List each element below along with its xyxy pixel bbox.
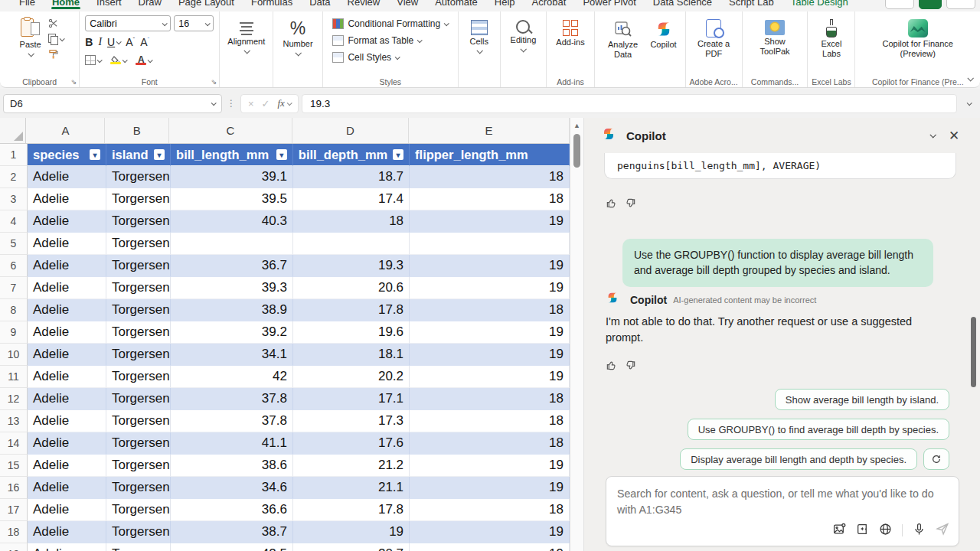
bold-button[interactable]: B	[85, 36, 93, 48]
row-header[interactable]: 6	[0, 255, 28, 277]
cell-flipper-length[interactable]: 19	[410, 455, 570, 477]
prompt-gallery-button[interactable]	[856, 523, 869, 539]
column-header-d[interactable]: D	[292, 118, 410, 143]
filter-dropdown-icon[interactable]: ▾	[90, 149, 100, 160]
cells-button[interactable]: Cells	[466, 18, 492, 55]
cell-bill-length[interactable]: 37.8	[171, 410, 293, 432]
row-header[interactable]: 8	[0, 299, 28, 321]
cell-species[interactable]: Adelie	[28, 366, 106, 388]
cell-island[interactable]: Torgersen	[106, 499, 171, 521]
cell-bill-depth[interactable]: 18.7	[293, 166, 410, 188]
cell-island[interactable]: Torgersen	[106, 255, 171, 277]
cell-bill-length[interactable]: 37.8	[171, 388, 293, 410]
insert-function-button[interactable]: fx	[278, 97, 291, 109]
cell-flipper-length[interactable]: 18	[410, 499, 570, 521]
menu-tab[interactable]: Table Design	[782, 0, 857, 10]
cell-flipper-length[interactable]: 19	[410, 521, 570, 543]
confirm-entry-button[interactable]: ✓	[262, 98, 270, 109]
cell-species[interactable]: Adelie	[28, 299, 106, 321]
thumbs-up-button[interactable]	[606, 197, 617, 209]
expand-formula-bar-button[interactable]	[960, 102, 977, 106]
cell-island[interactable]: Torgersen	[106, 299, 171, 321]
paste-button[interactable]: Paste	[16, 15, 45, 58]
scroll-up-icon[interactable]: ▲	[570, 118, 583, 129]
cell-bill-depth[interactable]: 19.3	[293, 255, 410, 277]
menu-tab[interactable]: Power Pivot	[574, 0, 644, 10]
format-as-table-button[interactable]: Format as Table	[332, 34, 448, 47]
menu-tab[interactable]: Data	[301, 0, 338, 10]
cell-bill-length[interactable]: 36.6	[171, 499, 293, 521]
cell-species[interactable]: Adelie	[28, 210, 106, 233]
cell-bill-depth[interactable]: 18.1	[293, 344, 410, 366]
cell-island[interactable]: Torgersen	[106, 344, 171, 366]
cell-bill-length[interactable]: 39.5	[171, 188, 293, 210]
row-header[interactable]: 19	[0, 543, 28, 551]
copilot-finance-button[interactable]: Copilot for Finance (Preview)	[868, 18, 968, 60]
cell-bill-length[interactable]: 38.7	[171, 521, 293, 543]
cell-bill-depth[interactable]: 21.2	[293, 455, 410, 477]
underline-button[interactable]: U	[107, 36, 120, 48]
thumbs-down-button[interactable]	[625, 197, 636, 209]
close-panel-button[interactable]: ✕	[943, 128, 965, 144]
editing-button[interactable]: Editing	[507, 18, 541, 54]
alignment-button[interactable]: Alignment	[224, 20, 269, 55]
cell-bill-depth[interactable]: 19.6	[293, 321, 410, 344]
cell-species[interactable]: Adelie	[28, 410, 106, 432]
cell-bill-length[interactable]: 39.2	[171, 321, 293, 344]
menu-tab[interactable]: Page Layout	[170, 0, 243, 10]
cell-flipper-length[interactable]: 19	[410, 477, 570, 499]
copy-button[interactable]	[48, 32, 64, 45]
cell-bill-length[interactable]: 42	[171, 366, 293, 388]
table-header-flipper-length[interactable]: flipper_length_mm	[410, 144, 570, 166]
menu-tab[interactable]: Review	[339, 0, 389, 10]
column-header-c[interactable]: C	[169, 118, 292, 143]
cell-species[interactable]: Adelie	[28, 188, 106, 210]
cell-bill-depth[interactable]: 17.8	[293, 299, 410, 321]
cell-bill-depth[interactable]: 17.1	[293, 388, 410, 410]
cell-flipper-length[interactable]	[410, 233, 570, 255]
cell-bill-depth[interactable]: 20.7	[293, 543, 410, 551]
row-header[interactable]: 17	[0, 499, 28, 521]
more-button[interactable]	[946, 0, 975, 9]
cell-styles-button[interactable]: Cell Styles	[332, 51, 448, 64]
refresh-suggestions-button[interactable]	[923, 448, 949, 470]
row-header[interactable]: 12	[0, 388, 28, 410]
cell-island[interactable]: Torgersen	[106, 455, 171, 477]
increase-font-button[interactable]: Aˆ	[126, 36, 135, 48]
row-header[interactable]: 4	[0, 210, 28, 233]
cell-island[interactable]: Torgersen	[106, 543, 171, 551]
cancel-entry-button[interactable]: ×	[248, 98, 254, 109]
cell-bill-depth[interactable]	[293, 233, 410, 255]
italic-button[interactable]: I	[98, 36, 102, 48]
cell-species[interactable]: Adelie	[28, 521, 106, 543]
thumbs-up-button[interactable]	[606, 360, 617, 371]
excel-labs-button[interactable]: Excel Labs	[812, 18, 851, 60]
cell-island[interactable]: Torgersen	[106, 388, 171, 410]
cell-species[interactable]: Adelie	[28, 255, 106, 277]
menu-tab[interactable]: View	[388, 0, 426, 10]
cell-flipper-length[interactable]: 18	[410, 188, 570, 210]
menu-tab[interactable]: Insert	[88, 0, 130, 10]
cell-species[interactable]: Adelie	[28, 277, 106, 299]
row-header[interactable]: 5	[0, 233, 28, 255]
cell-species[interactable]: Adelie	[28, 499, 106, 521]
cell-bill-length[interactable]: 42.5	[171, 543, 293, 551]
font-family-select[interactable]: Calibri	[85, 15, 171, 31]
cell-flipper-length[interactable]: 18	[410, 166, 570, 188]
name-box[interactable]: D6	[3, 94, 222, 113]
cell-species[interactable]: Adelie	[28, 388, 106, 410]
cell-bill-length[interactable]: 41.1	[171, 432, 293, 455]
cell-island[interactable]: Torgersen	[106, 166, 171, 188]
cell-bill-depth[interactable]: 21.1	[293, 477, 410, 499]
cell-species[interactable]: Adelie	[28, 166, 106, 188]
cell-flipper-length[interactable]: 19	[410, 210, 570, 233]
row-header[interactable]: 3	[0, 188, 28, 210]
microphone-button[interactable]	[913, 523, 926, 539]
collapse-panel-button[interactable]	[922, 133, 943, 138]
cell-island[interactable]: Torgersen	[106, 321, 171, 344]
row-header[interactable]: 1	[0, 144, 28, 166]
show-toolpak-button[interactable]: Show ToolPak	[750, 18, 800, 57]
clipboard-dialog-launcher[interactable]: ⇘	[71, 78, 77, 86]
cell-bill-length[interactable]: 34.1	[171, 344, 293, 366]
row-header[interactable]: 13	[0, 410, 28, 432]
